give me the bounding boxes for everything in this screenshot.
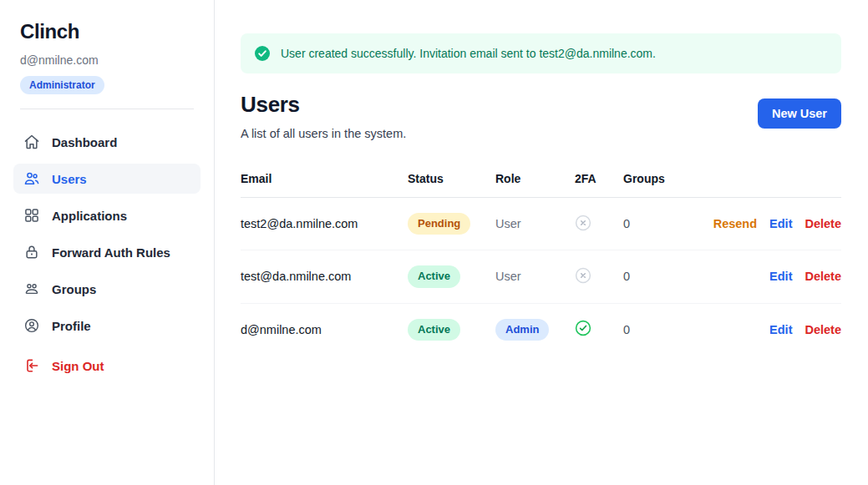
edit-link[interactable]: Edit	[769, 323, 792, 336]
check-circle-icon	[254, 45, 271, 62]
page-header: Users A list of all users in the system.…	[241, 92, 841, 140]
profile-icon	[23, 317, 40, 334]
edit-link[interactable]: Edit	[769, 217, 792, 230]
status-cell: Active	[408, 303, 495, 356]
current-user-email: d@nmilne.com	[20, 53, 194, 67]
twofa-disabled-icon	[575, 267, 591, 284]
sidebar-item-profile[interactable]: Profile	[13, 311, 201, 341]
delete-link[interactable]: Delete	[805, 217, 841, 230]
twofa-disabled-icon	[575, 215, 591, 231]
page-subtitle: A list of all users in the system.	[241, 127, 406, 140]
users-table: EmailStatusRole2FAGroups test2@da.nmilne…	[241, 167, 841, 356]
user-email: d@nmilne.com	[241, 303, 408, 356]
app-title: Clinch	[20, 20, 194, 43]
sidebar-item-applications[interactable]: Applications	[13, 200, 201, 230]
delete-link[interactable]: Delete	[805, 323, 841, 336]
sidebar-divider	[20, 109, 194, 109]
groups-icon	[23, 280, 40, 297]
column-header-2fa: 2FA	[575, 167, 623, 198]
column-header-email: Email	[241, 167, 408, 198]
sidebar-item-label: Forward Auth Rules	[52, 245, 170, 260]
sidebar-item-label: Dashboard	[52, 135, 117, 149]
twofa-cell	[575, 198, 623, 250]
home-icon	[23, 134, 40, 150]
table-header-row: EmailStatusRole2FAGroups	[241, 167, 841, 198]
users-icon	[23, 170, 40, 187]
main-content: User created successfully. Invitation em…	[215, 0, 868, 485]
delete-link[interactable]: Delete	[805, 270, 841, 283]
users-table-body: test2@da.nmilne.com Pending User 0 Resen…	[241, 198, 841, 356]
status-cell: Active	[408, 250, 495, 303]
administrator-badge: Administrator	[20, 76, 104, 94]
row-actions: EditDelete	[690, 250, 841, 303]
sidebar-nav: Dashboard Users Applications Forward Aut…	[13, 127, 201, 341]
page-title-block: Users A list of all users in the system.	[241, 92, 406, 140]
sidebar-item-label: Profile	[52, 319, 91, 333]
resend-link[interactable]: Resend	[713, 217, 757, 230]
success-banner: User created successfully. Invitation em…	[241, 33, 841, 73]
twofa-cell	[575, 250, 623, 303]
column-header-status: Status	[408, 167, 495, 198]
user-email: test2@da.nmilne.com	[241, 198, 408, 250]
column-header-groups: Groups	[623, 167, 690, 198]
sidebar-item-label: Applications	[52, 209, 127, 223]
status-cell: Pending	[408, 198, 495, 250]
role-cell: Admin	[495, 303, 575, 356]
lock-icon	[23, 244, 40, 260]
groups-count: 0	[623, 303, 690, 356]
sidebar-item-groups[interactable]: Groups	[13, 274, 201, 304]
role-cell: User	[495, 198, 575, 250]
new-user-button[interactable]: New User	[758, 99, 841, 129]
sidebar-item-forward-auth-rules[interactable]: Forward Auth Rules	[13, 237, 201, 267]
sidebar-header: Clinch d@nmilne.com Administrator	[13, 20, 201, 94]
sidebar-item-label: Groups	[52, 282, 96, 296]
column-header-role: Role	[495, 167, 575, 198]
twofa-enabled-icon	[575, 320, 591, 336]
role-label: User	[495, 270, 521, 283]
user-email: test@da.nmilne.com	[241, 250, 408, 303]
edit-link[interactable]: Edit	[769, 270, 792, 283]
table-row: d@nmilne.com Active Admin 0 EditDelete	[241, 303, 841, 356]
status-badge: Active	[408, 265, 460, 287]
column-header-actions	[690, 167, 841, 198]
sidebar-item-users[interactable]: Users	[13, 164, 201, 194]
status-badge: Pending	[408, 213, 470, 235]
sidebar: Clinch d@nmilne.com Administrator Dashbo…	[0, 0, 215, 485]
table-row: test2@da.nmilne.com Pending User 0 Resen…	[241, 198, 841, 250]
row-actions: ResendEditDelete	[690, 198, 841, 250]
page-title: Users	[241, 92, 406, 118]
applications-grid-icon	[23, 207, 40, 224]
sidebar-item-label: Sign Out	[52, 359, 104, 373]
table-row: test@da.nmilne.com Active User 0 EditDel…	[241, 250, 841, 303]
row-actions: EditDelete	[690, 303, 841, 356]
role-badge: Admin	[495, 319, 549, 341]
sidebar-item-dashboard[interactable]: Dashboard	[13, 127, 201, 157]
groups-count: 0	[623, 250, 690, 303]
groups-count: 0	[623, 198, 690, 250]
status-badge: Active	[408, 319, 460, 341]
sign-out-icon	[23, 357, 40, 374]
twofa-cell	[575, 303, 623, 356]
app-window: Clinch d@nmilne.com Administrator Dashbo…	[0, 0, 868, 485]
role-cell: User	[495, 250, 575, 303]
success-banner-message: User created successfully. Invitation em…	[281, 47, 656, 60]
sidebar-item-label: Users	[52, 172, 87, 186]
role-label: User	[495, 217, 521, 230]
sidebar-item-sign-out[interactable]: Sign Out	[13, 351, 201, 381]
